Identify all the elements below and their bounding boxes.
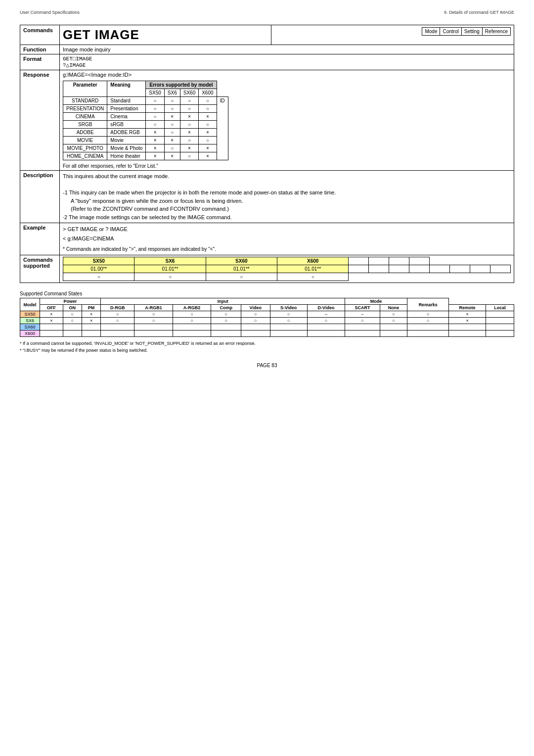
sup-model-cell: SX50 — [20, 311, 40, 318]
format-row: Format GET□IMAGE ?△IMAGE — [20, 54, 514, 70]
sx50-cell: × — [146, 144, 164, 152]
setting-label: Setting — [462, 28, 483, 35]
version-number: 01.00** — [63, 265, 134, 273]
version-number-row: 01.00**01.01**01.01**01.01** — [63, 265, 511, 273]
sup-argb2-cell: ○ — [173, 318, 211, 324]
description-note1: -1 This inquiry can be made when the pro… — [63, 189, 511, 197]
param-header: Parameter — [63, 81, 107, 97]
version-model: SX60 — [206, 257, 277, 265]
param-cell: MOVIE — [63, 137, 107, 144]
sx60-cell: × — [180, 113, 198, 121]
sx60-cell: ○ — [180, 152, 198, 160]
sup-argb1-cell — [134, 331, 173, 337]
sup-pm-cell — [82, 331, 100, 337]
example-line1: > GET IMAGE or ? IMAGE — [63, 225, 511, 234]
version-circle: ○ — [206, 273, 277, 281]
sx60-cell: × — [180, 129, 198, 137]
sx60-cell: ○ — [180, 137, 198, 144]
pm-header: PM — [82, 305, 100, 311]
sup-remarks-cell — [486, 318, 514, 324]
x600-cell: ○ — [199, 105, 217, 113]
sx6-cell: × — [164, 113, 180, 121]
reference-label: Reference — [483, 28, 510, 35]
format-value: GET□IMAGE ?△IMAGE — [60, 54, 514, 70]
function-label: Function — [20, 45, 60, 54]
sup-off-cell — [40, 331, 63, 337]
sup-local-cell — [449, 324, 486, 331]
sup-none-cell: ○ — [380, 318, 407, 324]
sup-off-cell: × — [40, 318, 63, 324]
sx50-header: SX50 — [146, 89, 164, 97]
sx50-cell: × — [146, 152, 164, 160]
meaning-cell: Presentation — [107, 105, 146, 113]
sup-pm-cell — [82, 324, 100, 331]
meaning-cell: Movie & Photo — [107, 144, 146, 152]
off-header: OFF — [40, 305, 63, 311]
sup-local-cell — [449, 331, 486, 337]
commands-supported-label: Commands supported — [20, 255, 60, 283]
sup-model-cell: X600 — [20, 331, 40, 337]
description-note1c: (Refer to the ZCONTDRV command and FCONT… — [71, 205, 511, 213]
sup-scart-cell — [345, 324, 380, 331]
sup-local-cell: × — [449, 311, 486, 318]
list-item: SX60 — [20, 324, 514, 331]
header-left: User Command Specifications — [20, 10, 80, 15]
version-number: 01.01** — [206, 265, 277, 273]
meaning-cell: sRGB — [107, 121, 146, 129]
mode-label: Mode — [422, 28, 440, 35]
sup-none-cell — [380, 331, 407, 337]
example-label: Example — [20, 223, 60, 255]
sup-none-cell — [380, 324, 407, 331]
sx50-cell: ○ — [146, 105, 164, 113]
sup-remote-cell: ○ — [407, 318, 449, 324]
sup-dvideo-cell — [307, 331, 345, 337]
response-inner-table: Parameter Meaning Errors supported by mo… — [63, 81, 228, 160]
sup-remote-cell: ○ — [407, 311, 449, 318]
mode-group-header: Mode — [345, 298, 407, 305]
sup-model-cell: SX60 — [20, 324, 40, 331]
command-name-cell: GET IMAGE — [60, 25, 271, 45]
supported-states-section: Supported Command States Model Power Inp… — [20, 291, 514, 337]
version-model: X600 — [277, 257, 348, 265]
sx6-cell: × — [164, 152, 180, 160]
sx50-cell: ○ — [146, 121, 164, 129]
sx60-cell: ○ — [180, 121, 198, 129]
param-cell: ADOBE — [63, 129, 107, 137]
sup-on-cell — [63, 331, 82, 337]
argb2-header: A-RGB2 — [173, 305, 211, 311]
table-row: PRESENTATION Presentation ○ ○ ○ ○ — [63, 105, 228, 113]
example-row: Example > GET IMAGE or ? IMAGE < g:IMAGE… — [20, 223, 514, 255]
x600-header: X600 — [199, 89, 217, 97]
footnotes: * If a command cannot be supported, 'INV… — [20, 341, 514, 353]
function-value: Image mode inquiry — [60, 45, 514, 54]
sup-argb2-cell — [173, 324, 211, 331]
version-circle: ○ — [134, 273, 206, 281]
control-label: Control — [440, 28, 461, 35]
meaning-cell: Cinema — [107, 113, 146, 121]
video-header: Video — [241, 305, 270, 311]
sx60-cell: ○ — [180, 105, 198, 113]
version-model: SX6 — [134, 257, 206, 265]
main-command-table: Commands GET IMAGE Mode Control Setting … — [20, 25, 514, 283]
response-label: Response — [20, 70, 60, 171]
meaning-cell: Standard — [107, 97, 146, 105]
param-cell: PRESENTATION — [63, 105, 107, 113]
x600-cell: × — [199, 152, 217, 160]
sup-on-cell: ○ — [63, 311, 82, 318]
sx50-cell: × — [146, 137, 164, 144]
title-row: Commands GET IMAGE Mode Control Setting … — [20, 25, 514, 45]
comp-header: Comp — [211, 305, 241, 311]
sup-comp-cell — [211, 324, 241, 331]
param-cell: STANDARD — [63, 97, 107, 105]
sup-remarks-cell — [486, 311, 514, 318]
sup-argb2-cell: ○ — [173, 311, 211, 318]
sx50-cell: ○ — [146, 97, 164, 105]
table-row: ADOBE ADOBE RGB × ○ × × — [63, 129, 228, 137]
response-note: For all other responses, refer to "Error… — [63, 163, 511, 169]
response-value: g:IMAGE=<Image mode:ID> — [63, 72, 511, 78]
page-number: PAGE 83 — [257, 363, 277, 368]
sup-scart-cell: – — [345, 311, 380, 318]
input-group-header: Input — [101, 298, 345, 305]
sup-video-cell: ○ — [241, 318, 270, 324]
sx6-cell: ○ — [164, 121, 180, 129]
